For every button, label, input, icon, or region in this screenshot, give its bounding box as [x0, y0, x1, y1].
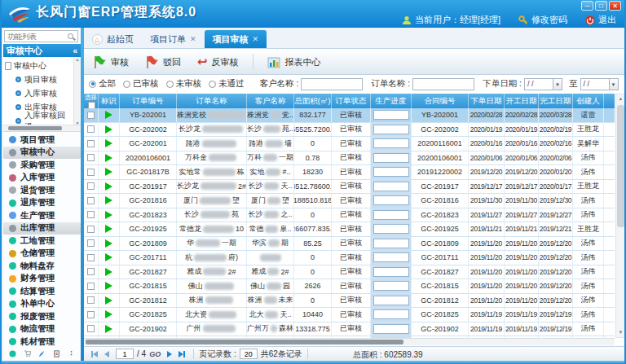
tab-项目订单[interactable]: ⌂ 项目订单 ✕: [142, 30, 205, 48]
order-date-to-input[interactable]: / /: [580, 78, 610, 90]
table-row[interactable]: GC-201823 长沙苑 长沙之.. 0 已审核 GC-201823 2019…: [84, 208, 615, 223]
table-row[interactable]: GC-201809 华一期 华滨期 85.25 已审核 GC-201809 20…: [84, 237, 615, 252]
table-row[interactable]: YB-202001 株洲党校 株洲党党.. 832.177 已审核 YB-202…: [84, 108, 615, 123]
column-header-开工日期[interactable]: 开工日期: [505, 94, 539, 108]
sidebar-item-结算管理[interactable]: 结算管理: [3, 285, 81, 298]
table-row[interactable]: GC-201917 长沙龙2# 长沙天.. 8512.78600.. 已审核 G…: [84, 180, 615, 195]
table-row[interactable]: 20200106001 万科金 万科一期 0.78 已审核 2020010600…: [84, 151, 615, 166]
order-name-input[interactable]: [412, 78, 474, 90]
scrollbar-thumb[interactable]: [86, 340, 403, 344]
sidebar-item-采购管理[interactable]: 采购管理: [3, 159, 81, 172]
table-row[interactable]: GC-201816 厦门望 厦门望 188510.818 已审核 GC-2018…: [84, 194, 615, 208]
change-password-button[interactable]: 修改密码: [518, 14, 567, 26]
go-button[interactable]: GO: [149, 350, 161, 358]
table-row[interactable]: GC-201827 雅成2# 雅成2# 0 已审核 GC-201827 2019…: [84, 265, 615, 280]
radio-全部[interactable]: 全部: [89, 78, 116, 90]
brush-icon[interactable]: [38, 350, 46, 357]
table-row[interactable]: GC-201711 杭府) 0 已审核 GC-201711 2019/11/20…: [84, 251, 615, 265]
report-icon[interactable]: [53, 350, 60, 357]
more-icon[interactable]: [68, 350, 75, 357]
calendar-dropdown-icon[interactable]: ▼: [610, 78, 619, 90]
row-checkbox[interactable]: [87, 226, 95, 233]
close-tab-icon[interactable]: ✕: [253, 35, 259, 43]
cart-icon[interactable]: [24, 350, 31, 357]
column-header-标识[interactable]: 标识: [99, 94, 120, 108]
sidebar-item-财务管理[interactable]: 财务管理: [3, 273, 81, 286]
close-button[interactable]: ✕: [609, 1, 621, 11]
table-row[interactable]: GC-201925 常德龙10 常德泉.. 266077.835.. 已审核 G…: [84, 222, 615, 237]
table-row[interactable]: GC-201815 佛山 佛山园 2626 已审核 GC-201815 2019…: [84, 279, 615, 294]
scroll-up-icon[interactable]: ▲: [616, 94, 625, 103]
next-page-button[interactable]: [167, 351, 172, 357]
sidebar-item-生产管理[interactable]: 生产管理: [3, 209, 81, 222]
row-checkbox[interactable]: [87, 197, 95, 204]
row-checkbox[interactable]: [87, 311, 95, 318]
sidebar-item-项目管理[interactable]: 项目管理: [3, 134, 81, 147]
row-checkbox[interactable]: [87, 283, 95, 290]
sidebar-item-退货管理[interactable]: 退货管理: [3, 184, 81, 197]
column-header-订单编号[interactable]: 订单编号: [120, 94, 177, 108]
table-row[interactable]: GC-201817B 实地常栋 实地#.. 18230 已审核 20191220…: [84, 165, 615, 180]
column-header-生产进度[interactable]: 生产进度: [371, 94, 412, 108]
tab-起始页[interactable]: ⌂ 起始页 ✕: [84, 30, 142, 48]
row-checkbox[interactable]: [87, 239, 95, 247]
row-checkbox[interactable]: [87, 254, 95, 261]
select-all-checkbox[interactable]: [88, 102, 95, 109]
row-checkbox[interactable]: [87, 211, 95, 218]
grid-horizontal-scrollbar[interactable]: [84, 338, 615, 345]
row-checkbox[interactable]: [87, 169, 95, 176]
page-size-input[interactable]: [240, 349, 258, 359]
close-tab-icon[interactable]: ✕: [190, 35, 196, 43]
page-number-input[interactable]: [116, 349, 134, 359]
column-header-客户名称[interactable]: 客户名称: [247, 94, 294, 108]
sidebar-item-补单中心[interactable]: 补单中心: [3, 298, 81, 311]
tree-vertical-scrollbar[interactable]: ▲▼: [73, 57, 81, 125]
table-row[interactable]: GC-202002 长沙龙 长沙苑.. 65525.7200.. 已审核 GC-…: [84, 123, 615, 138]
column-header-下单日期[interactable]: 下单日期: [469, 94, 505, 108]
maximize-button[interactable]: □: [595, 1, 607, 11]
reject-button[interactable]: 驳回: [143, 54, 183, 71]
column-header-选择[interactable]: 选择: [84, 94, 99, 108]
previous-page-button[interactable]: [104, 351, 109, 357]
sidebar-item-出库管理[interactable]: 出库管理: [3, 222, 81, 235]
function-search-input[interactable]: [5, 33, 68, 41]
row-checkbox[interactable]: [87, 268, 95, 275]
table-row[interactable]: GC-201825 北大资 北大天.. 10440 已审核 GC-201825 …: [84, 308, 615, 322]
logout-button[interactable]: 退出: [585, 14, 616, 26]
sidebar-item-工地管理[interactable]: 工地管理: [3, 235, 81, 248]
sidebar-item-耗材管理[interactable]: 耗材管理: [3, 335, 81, 349]
sidebar-item-物流管理[interactable]: 物流管理: [3, 323, 81, 336]
tree-horizontal-scrollbar[interactable]: [3, 125, 81, 131]
approve-button[interactable]: 审核: [90, 54, 131, 71]
sidebar-item-入库管理[interactable]: 入库管理: [3, 172, 81, 185]
column-header-创建人[interactable]: 创建人: [573, 94, 604, 108]
scroll-down-icon[interactable]: ▼: [616, 328, 625, 337]
sidebar-item-仓储管理[interactable]: 仓储管理: [3, 248, 81, 261]
table-row[interactable]: GC-201812 株洲 株洲未来 0 已审核 GC-201812 2019/1…: [84, 294, 615, 309]
sidebar-item-报废管理[interactable]: 报废管理: [3, 310, 81, 323]
radio-已审核[interactable]: 已审核: [123, 78, 159, 90]
column-header-总面积(㎡)[interactable]: 总面积(㎡): [294, 94, 332, 108]
row-checkbox[interactable]: [87, 325, 95, 332]
tree-root-node[interactable]: 审核中心: [5, 59, 73, 72]
radio-未审核[interactable]: 未审核: [166, 78, 202, 90]
sidebar-item-审核中心[interactable]: 审核中心: [3, 147, 81, 160]
first-page-button[interactable]: [91, 351, 98, 357]
report-center-button[interactable]: 报表中心: [265, 54, 324, 71]
row-checkbox[interactable]: [87, 125, 95, 133]
last-page-button[interactable]: [179, 351, 185, 357]
tree-node[interactable]: 项目审核: [5, 72, 73, 86]
tab-项目审核[interactable]: ⌂ 项目审核 ✕: [205, 30, 267, 48]
sidebar-item-物料盘存[interactable]: 物料盘存: [3, 260, 81, 273]
table-row[interactable]: GC-201902 广州 广州万森林 13318.775 已审核 GC-2019…: [84, 322, 615, 337]
order-date-from-input[interactable]: / /: [524, 78, 553, 90]
tree-node[interactable]: 入库审核: [5, 86, 73, 100]
circle-icon[interactable]: [9, 350, 16, 357]
row-checkbox[interactable]: [87, 140, 95, 147]
minimize-button[interactable]: ─: [581, 1, 593, 11]
collapse-icon[interactable]: «: [73, 46, 77, 55]
calendar-dropdown-icon[interactable]: ▼: [553, 78, 562, 90]
row-checkbox[interactable]: [87, 112, 95, 119]
scrollbar-thumb[interactable]: [617, 105, 624, 227]
row-checkbox[interactable]: [87, 296, 95, 304]
